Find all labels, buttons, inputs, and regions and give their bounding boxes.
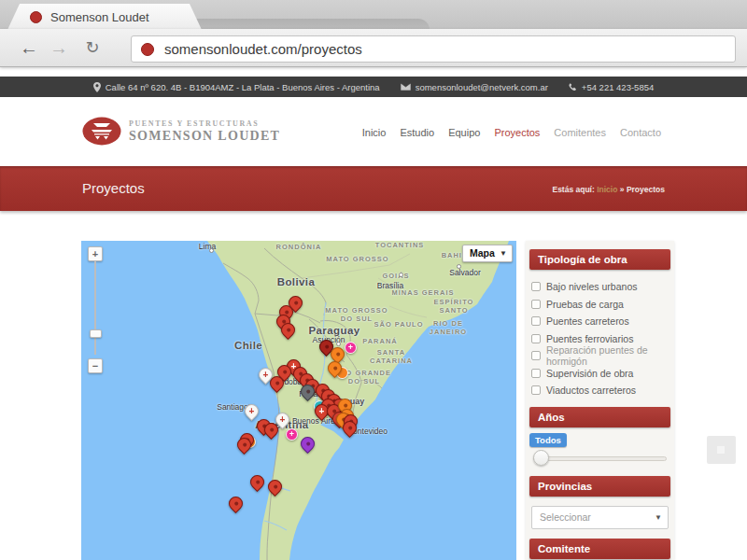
- envelope-icon: [401, 83, 411, 91]
- map-marker[interactable]: [328, 361, 342, 380]
- anios-header: Años: [529, 407, 670, 427]
- landmass-south-america: [207, 241, 509, 560]
- years-slider-handle[interactable]: [533, 450, 549, 466]
- slider-tooltip: Todos: [529, 433, 567, 447]
- checkbox-icon[interactable]: [531, 316, 541, 326]
- map-marker[interactable]: [270, 376, 284, 395]
- url-text: somensonloudet.com/proyectos: [164, 41, 362, 57]
- nav-estudio[interactable]: Estudio: [400, 127, 434, 138]
- checkbox-viaductos-carreteros[interactable]: Viaductos carreteros: [531, 382, 669, 399]
- phone-item: +54 221 423-5854: [569, 82, 654, 92]
- breadcrumb-prefix: Estás aquí:: [552, 185, 594, 194]
- checkbox-pruebas-de-carga[interactable]: Pruebas de carga: [531, 296, 669, 314]
- map-marker[interactable]: [264, 423, 278, 441]
- checkbox-bajo-niveles-urbanos[interactable]: Bajo niveles urbanos: [531, 278, 669, 296]
- checkbox-icon[interactable]: [531, 282, 541, 291]
- bridge-logo-icon: [82, 117, 121, 146]
- zoom-slider-track[interactable]: [94, 261, 96, 355]
- nav-proyectos[interactable]: Proyectos: [494, 127, 540, 138]
- checkbox-reparacion-puentes[interactable]: Reparación puentes de hormigón: [531, 347, 669, 365]
- phone-icon: [569, 83, 577, 91]
- map-marker[interactable]: [229, 497, 243, 515]
- checkbox-icon[interactable]: [531, 300, 541, 309]
- site-favicon-icon: [30, 11, 42, 23]
- location-pin-icon: [93, 82, 101, 92]
- zoom-slider-handle[interactable]: [90, 329, 102, 338]
- breadcrumb-current: Proyectos: [627, 185, 665, 194]
- city-dot-icon: [209, 248, 214, 253]
- email-item[interactable]: somensonloudet@netverk.com.ar: [401, 82, 548, 92]
- chevron-down-icon: ▼: [500, 245, 507, 262]
- phone-text: +54 221 423-5854: [582, 82, 654, 92]
- projects-map[interactable]: LimaRONDÔNIAMATO GROSSOTOCANTINSBAHIASal…: [81, 241, 516, 560]
- years-slider-track[interactable]: [533, 456, 667, 461]
- browser-tab[interactable]: Somenson Loudet: [7, 4, 202, 30]
- map-type-dropdown[interactable]: Mapa ▼: [462, 245, 513, 262]
- map-marker[interactable]: +: [345, 342, 357, 354]
- nav-contacto[interactable]: Contacto: [620, 127, 661, 138]
- city-dot-icon: [336, 342, 341, 346]
- city-dot-icon: [457, 264, 461, 269]
- zoom-out-button[interactable]: −: [88, 358, 103, 373]
- contact-bar: Calle 64 nº 620. 4B - B1904AMZ - La Plat…: [0, 77, 747, 97]
- map-geography: [81, 241, 516, 560]
- nav-comitentes[interactable]: Comitentes: [554, 127, 606, 138]
- provincias-select[interactable]: Seleccionar ▼: [531, 506, 669, 529]
- map-marker[interactable]: +: [286, 428, 298, 441]
- breadcrumb-home-link[interactable]: Inicio: [597, 185, 617, 194]
- comitente-header: Comitente: [529, 539, 670, 559]
- breadcrumb-separator: »: [620, 185, 625, 194]
- map-marker[interactable]: [301, 437, 315, 455]
- back-button[interactable]: ←: [17, 36, 41, 59]
- tab-strip: Somenson Loudet: [0, 0, 747, 29]
- logo-tagline: PUENTES Y ESTRUCTURAS: [129, 119, 280, 128]
- checkbox-icon[interactable]: [531, 334, 541, 343]
- map-marker[interactable]: [281, 323, 295, 342]
- address-item: Calle 64 nº 620. 4B - B1904AMZ - La Plat…: [93, 82, 380, 92]
- tab-title: Somenson Loudet: [50, 10, 149, 24]
- provincias-header: Provincias: [529, 476, 670, 497]
- map-marker[interactable]: [301, 385, 315, 403]
- zoom-in-button[interactable]: +: [88, 246, 103, 261]
- forward-button[interactable]: →: [47, 36, 71, 59]
- nav-equipo[interactable]: Equipo: [448, 127, 480, 138]
- faded-widget-artifact: [707, 436, 736, 464]
- page-banner: Proyectos Estás aquí: Inicio » Proyectos: [0, 166, 747, 211]
- select-arrow-icon: ▼: [655, 507, 662, 529]
- checkbox-icon[interactable]: [531, 385, 541, 395]
- anios-slider-area: Todos: [529, 427, 670, 476]
- map-marker[interactable]: [250, 475, 264, 494]
- address-text: Calle 64 nº 620. 4B - B1904AMZ - La Plat…: [106, 82, 380, 92]
- map-type-label: Mapa: [470, 247, 495, 259]
- checkbox-puentes-carreteros[interactable]: Puentes carreteros: [531, 313, 669, 330]
- map-marker[interactable]: [268, 480, 282, 498]
- reload-button[interactable]: ↻: [80, 36, 105, 59]
- checkbox-icon[interactable]: [531, 369, 541, 378]
- map-marker[interactable]: [343, 421, 357, 440]
- breadcrumb: Estás aquí: Inicio » Proyectos: [552, 185, 665, 194]
- email-text: somensonloudet@netverk.com.ar: [416, 82, 548, 92]
- checkbox-supervision-de-obra[interactable]: Supervisión de obra: [531, 365, 669, 383]
- map-zoom-control: + −: [88, 246, 103, 373]
- checkbox-icon[interactable]: [531, 351, 541, 360]
- site-header: PUENTES Y ESTRUCTURAS SOMENSON LOUDET In…: [0, 97, 747, 166]
- logo-name: SOMENSON LOUDET: [129, 129, 280, 144]
- browser-window: Somenson Loudet ← → ↻ somensonloudet.com…: [0, 0, 747, 560]
- map-marker[interactable]: [237, 438, 251, 456]
- filters-sidebar: Tipología de obra Bajo niveles urbanos P…: [526, 241, 674, 560]
- nav-inicio[interactable]: Inicio: [362, 127, 387, 138]
- site-logo[interactable]: PUENTES Y ESTRUCTURAS SOMENSON LOUDET: [82, 117, 280, 146]
- tipologia-header: Tipología de obra: [529, 249, 670, 270]
- address-bar[interactable]: somensonloudet.com/proyectos: [131, 35, 736, 63]
- main-nav: Inicio Estudio Equipo Proyectos Comitent…: [362, 127, 661, 138]
- city-dot-icon: [399, 273, 403, 277]
- tipologia-options: Bajo niveles urbanos Pruebas de carga Pu…: [529, 270, 670, 407]
- urlbar-favicon-icon: [141, 43, 154, 56]
- provincias-select-value: Seleccionar: [540, 511, 591, 523]
- page-title: Proyectos: [82, 180, 145, 196]
